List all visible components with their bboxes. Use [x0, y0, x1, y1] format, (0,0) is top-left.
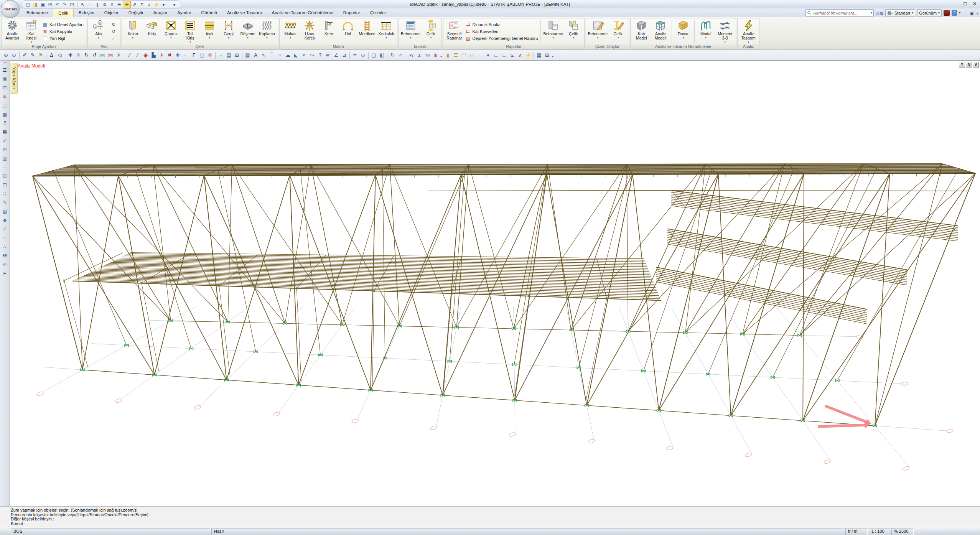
sidebar-draw-line-button[interactable]: ✎ [1, 198, 9, 207]
command-search[interactable]: ▾ [805, 9, 874, 16]
sidebar-copy-pages-button[interactable]: ⊞ [1, 145, 9, 154]
tool-cloud-button[interactable]: ☁ [284, 51, 292, 59]
ribbon-button-kat-listesi[interactable]: Kat listesi▾ [22, 19, 41, 44]
sidebar-expand-button[interactable]: ▸ [1, 268, 9, 277]
sidebar-grip[interactable] [3, 62, 7, 64]
qat-polar-array-button[interactable]: ✳ [115, 1, 123, 8]
sidebar-polar-corner-button[interactable]: ⌐ [1, 233, 9, 242]
tool-chart-displacement-button[interactable]: ∟ [492, 51, 500, 59]
ribbon-button-asik[interactable]: Aşık▾ [200, 19, 219, 44]
ribbon-button-gergi[interactable]: Gergi▾ [219, 19, 238, 44]
sidebar-shapes-3d-button[interactable]: ◳ [1, 180, 9, 189]
sidebar-clipboard-paste-button[interactable]: ▥ [1, 154, 9, 163]
ribbon-item-kat-genel-ayarlari[interactable]: ▦Kat Genel Ayarları [42, 21, 84, 28]
sidebar-find-button[interactable]: ∞ [1, 260, 9, 268]
sidebar-library-button[interactable]: ▤ [1, 207, 9, 216]
ribbon-button-uzay-kafes[interactable]: Uzay Kafes [300, 19, 319, 44]
ribbon-icon-aks-dondur-ccw[interactable]: ↺ [109, 28, 118, 35]
ribbon-button-rapor-betonarme[interactable]: Betonarme▾ [542, 19, 563, 44]
ribbon-item-kat-kopyala[interactable]: ≋Kat Kopyala [42, 28, 84, 35]
tool-object-stats-button[interactable]: ▙ [150, 51, 158, 59]
tab-raporlar[interactable]: Raporlar [338, 8, 365, 17]
tab-çelik[interactable]: Çelik [53, 9, 74, 17]
tool-image-button[interactable]: ▦ [244, 51, 252, 59]
tool-text-button[interactable]: A [252, 51, 260, 59]
search-dropdown-icon[interactable]: ▾ [871, 11, 872, 15]
structure-tree-tab[interactable]: Yapı Ağacı [10, 63, 18, 94]
sidebar-auto-label-button[interactable]: AB [1, 251, 9, 260]
tool-spline-button[interactable]: ∿ [260, 51, 268, 59]
layers-icon[interactable]: ≋ [880, 11, 883, 16]
status-cell-tfm[interactable]: tf / m [845, 528, 868, 535]
mdi-minimize-button[interactable]: – [965, 12, 967, 16]
tool-move-button[interactable]: ✚ [66, 51, 74, 59]
qat-parallel-button[interactable]: ∥ [94, 1, 101, 8]
tab-ayarlar[interactable]: Ayarlar [172, 8, 196, 17]
tool-quick-analysis-button[interactable]: ⚡ [524, 51, 532, 59]
maximize-button[interactable]: □ [964, 0, 967, 8]
tool-arc-button[interactable]: ⌒ [268, 51, 276, 59]
sidebar-solids-button[interactable]: ◆ [1, 216, 9, 224]
tool-dimension-button[interactable]: ↔ [217, 51, 225, 59]
ribbon-button-kiris[interactable]: Kiriş [142, 19, 161, 44]
tab-analiz-ve-tasarım-görüntüleme[interactable]: Analiz ve Tasarım Görüntüleme [267, 8, 338, 17]
qat-redo-button[interactable]: ↷ [61, 1, 68, 8]
sidebar-marquee-button[interactable]: ▫ [1, 163, 9, 171]
ribbon-button-duvar[interactable]: Duvar▾ [674, 19, 693, 44]
ribbon-button-analiz-modeli[interactable]: Analiz Modeli [651, 19, 670, 44]
tool-coord-origin-button[interactable]: ⊕ [432, 51, 440, 59]
qat-undo-button[interactable]: ↶ [54, 1, 61, 8]
qat-axis-array-button[interactable]: # [108, 1, 115, 8]
tool-spectrum-button[interactable]: ∧ [516, 51, 524, 59]
ribbon-button-makas[interactable]: Makas▾ [281, 19, 300, 44]
tool-snap-node-button[interactable]: ✚ [174, 51, 182, 59]
tool-doc-pages-button[interactable]: ▤ [225, 51, 233, 59]
tool-select-window-button[interactable]: ▢ [198, 51, 206, 59]
ribbon-button-capraz[interactable]: Çapraz▾ [161, 19, 181, 44]
sidebar-report-doc-button[interactable]: ▤ [1, 127, 9, 136]
mdi-restore-button[interactable]: ▣ [970, 12, 973, 16]
tool-level-mark-button[interactable]: ≐ [351, 51, 359, 59]
model-viewport[interactable]: Analiz Modeli YNV [10, 61, 980, 506]
tab-araçlar[interactable]: Araçlar [148, 8, 172, 17]
tool-extend-button[interactable]: ∕ [133, 51, 142, 59]
sidebar-copy-below-button[interactable]: ⊟ [1, 83, 9, 92]
tool-mirror-delete-button[interactable]: ⋈ [107, 51, 115, 59]
sidebar-copy-storey-up-button[interactable]: ≋ [1, 92, 9, 101]
tool-note-flag-button[interactable]: ⚑ [37, 51, 45, 59]
tool-zoom-realtime-button[interactable]: ⊙ [10, 51, 18, 59]
ribbon-button-kaplama[interactable]: Kaplama▾ [257, 19, 277, 44]
qat-qat-dropdown-button[interactable]: ▾ [160, 1, 167, 8]
toolbar-overflow-icon[interactable]: ▾ [552, 55, 553, 58]
ribbon-button-korkuluk[interactable]: Korkuluk▾ [377, 19, 396, 44]
style-combo[interactable]: ⊠▫ Standart ▾ [885, 9, 915, 17]
ribbon-button-tasarim-betonarme[interactable]: Betonarme▾ [400, 19, 421, 44]
ribbon-button-aks[interactable]: A1Aks▾ [89, 19, 108, 44]
tool-pick-object-button[interactable]: ✐ [21, 51, 29, 59]
sidebar-table-select-button[interactable]: ▦ [1, 110, 9, 119]
tool-rotate-ref-button[interactable]: ↺ [91, 51, 99, 59]
ribbon-button-kren[interactable]: Kren [319, 19, 338, 44]
tool-intersect-button[interactable]: ✖ [166, 51, 174, 59]
qat-node-move-button[interactable]: ↖ [79, 1, 86, 8]
command-prompt[interactable]: Komut : [11, 522, 980, 526]
tool-coord-3p-button[interactable]: 3p [423, 51, 432, 59]
ribbon-button-analiz-ayarlari[interactable]: Analiz Ayarları [3, 19, 22, 44]
tool-circle-button[interactable]: ○ [276, 51, 284, 59]
tool-break-button[interactable]: ✳ [158, 51, 166, 59]
sidebar-color-balls-button[interactable]: ∴ [1, 242, 9, 251]
tool-coord-xy-button[interactable]: xy [407, 51, 415, 59]
qat-new-file-button[interactable]: ▢ [25, 1, 32, 8]
tool-ucs-3d-button[interactable]: ⇗ [397, 51, 405, 59]
qat-save-all-button[interactable]: ⊞ [46, 1, 54, 8]
qat-snap-perp-button[interactable]: ↥ [138, 1, 145, 8]
tool-capital-button[interactable]: ▮ [444, 51, 452, 59]
view-combo[interactable]: Görünüm ▾ [917, 9, 942, 17]
tool-angle-measure-button[interactable]: ∠ [332, 51, 340, 59]
tool-new-window-button[interactable]: ▢ [370, 51, 378, 59]
ribbon-icon-aks-dondur-cw[interactable]: ↻ [109, 21, 118, 28]
close-button[interactable]: ✕ [973, 0, 977, 8]
tool-rotate-button[interactable]: ↻ [82, 51, 91, 59]
qat-open-file-button[interactable]: ◨ [32, 1, 39, 8]
tab-objeler[interactable]: Objeler [99, 8, 124, 17]
